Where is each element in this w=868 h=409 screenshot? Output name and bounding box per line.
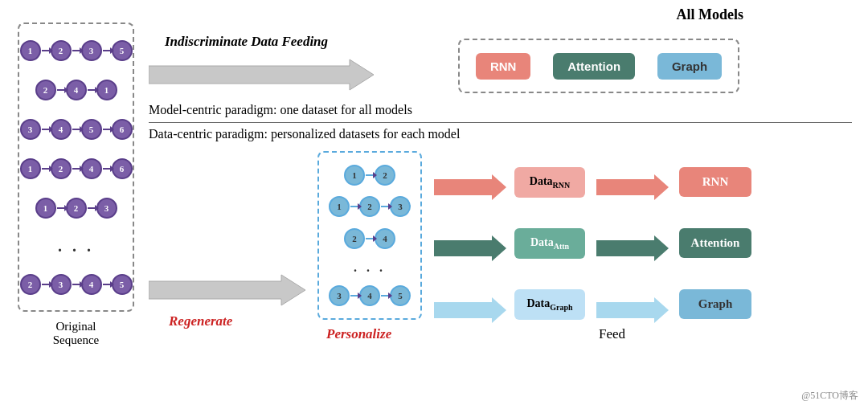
data-rnn-box: DataRNN (514, 167, 585, 198)
seq-arrow (350, 295, 358, 297)
seq-arrow (57, 207, 65, 209)
node: 2 (375, 165, 395, 186)
data-graph-box: DataGraph (514, 289, 585, 320)
seq-arrow (42, 129, 50, 130)
svg-marker-7 (596, 297, 669, 323)
pers-dots: . . . (354, 260, 386, 275)
all-models-box: RNN Attention Graph (458, 39, 739, 93)
node: 2 (344, 228, 365, 249)
seq-arrow (72, 284, 80, 285)
attention-button-top[interactable]: Attention (553, 53, 635, 80)
node: 1 (344, 165, 365, 186)
data-rnn-sub: RNN (553, 181, 571, 190)
watermark-label: @51CTO博客 (801, 389, 858, 403)
seq-arrow (350, 206, 358, 207)
svg-marker-0 (149, 59, 374, 90)
node: 2 (51, 40, 72, 61)
node: 5 (112, 40, 133, 61)
seq-arrow (88, 89, 96, 91)
data-centric-label: Data-centric paradigm: personalized data… (149, 127, 460, 141)
node: 5 (81, 119, 102, 140)
rnn-model-box: RNN (679, 167, 751, 197)
pers-seq-last: 3 4 5 (329, 285, 411, 306)
node: 6 (112, 119, 133, 140)
rnn-button-top[interactable]: RNN (476, 53, 531, 80)
original-sequence-label: Original Sequence (18, 320, 134, 347)
svg-marker-6 (434, 297, 506, 323)
node: 3 (20, 119, 41, 140)
original-sequence-box: 1 2 3 5 2 4 1 3 4 5 6 1 (18, 22, 134, 312)
seq-row-3: 3 4 5 6 (20, 119, 133, 140)
seq-arrow (72, 50, 80, 51)
seq-arrow (103, 168, 111, 170)
node: 4 (81, 274, 102, 295)
pers-seq-2: 1 2 3 (329, 196, 411, 217)
node: 5 (112, 274, 133, 295)
svg-marker-2 (434, 174, 506, 200)
node: 4 (66, 80, 87, 100)
node: 2 (359, 196, 380, 217)
main-container: All Models 1 2 3 5 2 4 1 3 4 5 (0, 0, 868, 409)
indiscriminate-label: Indiscriminate Data Feeding (165, 34, 328, 50)
arrow-graph-1 (434, 296, 506, 325)
seq-arrow (103, 129, 111, 130)
seq-dots: . . . (58, 237, 94, 256)
attention-model-box: Attention (679, 228, 751, 258)
node: 1 (20, 40, 41, 61)
model-centric-label: Model-centric paradigm: one dataset for … (149, 103, 412, 117)
personalized-box: 1 2 1 2 3 2 4 . . . 3 4 5 (317, 151, 422, 320)
node: 3 (329, 285, 350, 306)
node: 2 (51, 158, 72, 179)
arrow-rnn-1 (434, 173, 506, 202)
node: 3 (51, 274, 72, 295)
node: 4 (81, 158, 102, 179)
node: 2 (20, 274, 41, 295)
arrow-rnn-2 (596, 173, 669, 202)
node: 5 (390, 285, 411, 306)
node: 2 (66, 198, 87, 219)
seq-arrow (103, 284, 111, 285)
arrow-attn-1 (434, 234, 506, 263)
graph-model-box: Graph (679, 289, 751, 319)
svg-marker-4 (434, 235, 506, 261)
seq-row-4: 1 2 4 6 (20, 158, 133, 179)
seq-arrow (88, 207, 96, 209)
seq-row-2: 2 4 1 (35, 80, 117, 100)
node: 1 (96, 80, 117, 100)
pers-seq-3: 2 4 (344, 228, 395, 249)
feed-label: Feed (599, 326, 625, 342)
data-attn-box: DataAttn (514, 228, 585, 259)
node: 1 (329, 196, 350, 217)
svg-marker-5 (596, 235, 669, 261)
node: 4 (375, 228, 395, 249)
seq-arrow (366, 174, 374, 176)
seq-arrow (57, 89, 65, 91)
divider (149, 122, 852, 123)
data-attn-sub: Attn (554, 242, 569, 251)
seq-row-5: 1 2 3 (35, 198, 117, 219)
personalize-label: Personalize (326, 326, 391, 342)
data-graph-sub: Graph (550, 303, 572, 312)
arrow-graph-2 (596, 296, 669, 325)
seq-arrow (42, 50, 50, 51)
node: 3 (81, 40, 102, 61)
graph-button-top[interactable]: Graph (657, 53, 722, 80)
svg-marker-1 (149, 275, 305, 305)
node: 1 (35, 198, 56, 219)
seq-arrow (381, 295, 389, 297)
seq-arrow (72, 129, 80, 130)
seq-arrow (366, 238, 374, 239)
pers-seq-1: 1 2 (344, 165, 395, 186)
bottom-big-arrow (149, 273, 305, 307)
seq-row-1: 1 2 3 5 (20, 40, 133, 61)
regenerate-label: Regenerate (169, 313, 232, 329)
node: 3 (390, 196, 411, 217)
arrow-attn-2 (596, 234, 669, 263)
seq-arrow (42, 284, 50, 285)
node: 6 (112, 158, 133, 179)
all-models-label: All Models (677, 6, 744, 23)
seq-arrow (42, 168, 50, 170)
seq-arrow (72, 168, 80, 170)
svg-marker-3 (596, 174, 669, 200)
top-big-arrow (149, 58, 374, 92)
